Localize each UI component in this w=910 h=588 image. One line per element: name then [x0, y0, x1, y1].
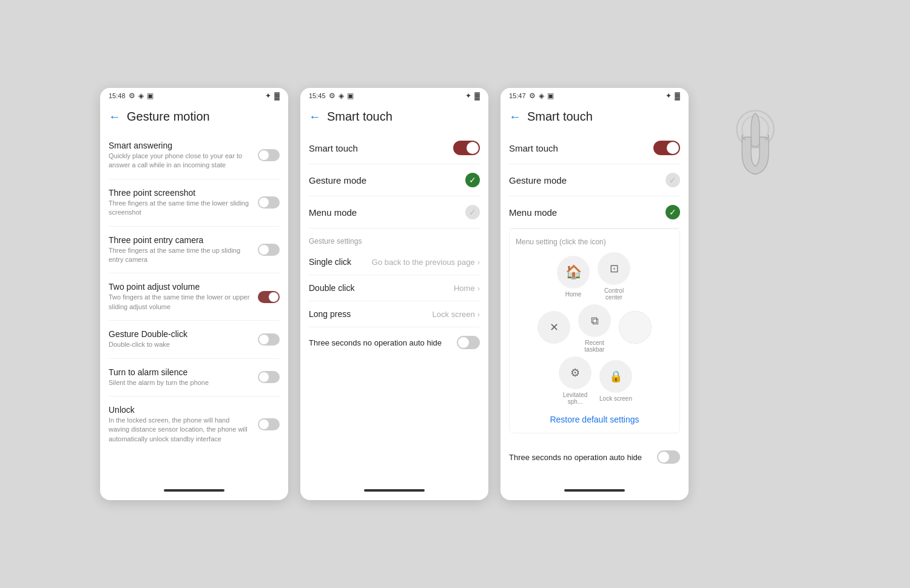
- setting-desc-6: In the locked screen, the phone will han…: [109, 416, 252, 444]
- home-indicator-2: [364, 489, 425, 492]
- settings-icon-3: ⚙: [529, 92, 536, 100]
- toggle-5[interactable]: [258, 371, 280, 383]
- menu-icon-empty[interactable]: [619, 311, 652, 346]
- recent-taskbar-icon: ⧉: [578, 304, 611, 337]
- setting-desc-2: Three fingers at the same time the up sl…: [109, 246, 252, 265]
- lock-screen-label: Lock screen: [599, 395, 632, 402]
- setting-item-2: Three point entry camera Three fingers a…: [109, 227, 280, 274]
- bt-icon-2: ✦: [465, 92, 471, 100]
- back-button-1[interactable]: ←: [109, 110, 121, 124]
- menu-mode-check-3: ✓: [666, 205, 680, 219]
- page-title-2: Smart touch: [327, 110, 393, 124]
- back-button-2[interactable]: ←: [309, 110, 321, 124]
- levitated-icon: ⚙: [559, 356, 592, 389]
- auto-hide-toggle-3[interactable]: [657, 450, 680, 464]
- menu-icon-control[interactable]: ⊡ Control center: [596, 252, 632, 301]
- menu-mode-row-3[interactable]: Menu mode ✓: [509, 196, 680, 229]
- gesture-label-1: Double click: [309, 283, 354, 293]
- menu-setting-box: Menu setting (click the icon) 🏠 Home ⊡ C…: [509, 229, 680, 433]
- gesture-value-2: Lock screen ›: [433, 310, 480, 319]
- status-bar-3: 15:47 ⚙ ◈ ▣ ✦ ▓: [500, 88, 689, 104]
- phone-3: 15:47 ⚙ ◈ ▣ ✦ ▓ ← Smart touch Smart touc…: [500, 88, 689, 500]
- back-button-3[interactable]: ←: [509, 110, 521, 124]
- header-3: ← Smart touch: [500, 104, 689, 132]
- toggle-0[interactable]: [258, 149, 280, 161]
- battery-icon-1: ▓: [274, 92, 280, 100]
- auto-hide-toggle-2[interactable]: [457, 336, 480, 349]
- gesture-value-0: Go back to the previous page ›: [372, 258, 480, 267]
- recent-taskbar-label: Recent taskbar: [576, 339, 613, 353]
- chevron-icon-0: ›: [477, 258, 480, 267]
- gesture-mode-label-3: Gesture mode: [509, 175, 567, 185]
- time-2: 15:45: [309, 92, 326, 99]
- gesture-mode-row[interactable]: Gesture mode ✓: [309, 164, 480, 196]
- gesture-label-2: Long press: [309, 309, 351, 319]
- file-icon-2: ▣: [347, 92, 354, 100]
- restore-default-button[interactable]: Restore default settings: [516, 409, 673, 433]
- phone-2: 15:45 ⚙ ◈ ▣ ✦ ▓ ← Smart touch Smart touc…: [300, 88, 488, 500]
- setting-desc-3: Two fingers at the same time the lower o…: [109, 293, 252, 312]
- empty-icon: [619, 311, 652, 344]
- auto-hide-label-2: Three seconds no operation auto hide: [309, 338, 442, 347]
- time-3: 15:47: [509, 92, 526, 99]
- header-1: ← Gesture motion: [100, 104, 288, 132]
- settings-icon-2: ⚙: [329, 92, 335, 100]
- smart-touch-toggle[interactable]: [453, 141, 480, 155]
- toggle-6[interactable]: [258, 418, 280, 430]
- setting-item-0: Smart answering Quickly place your phone…: [109, 132, 280, 179]
- gesture-value-1: Home ›: [454, 284, 480, 293]
- auto-hide-row-2: Three seconds no operation auto hide: [309, 327, 480, 358]
- gesture-option-0[interactable]: Single click Go back to the previous pag…: [309, 249, 480, 275]
- page-title-3: Smart touch: [527, 110, 593, 124]
- setting-title-3: Two point adjust volume: [109, 282, 252, 292]
- setting-title-4: Gesture Double-click: [109, 329, 252, 339]
- setting-desc-1: Three fingers at the same time the lower…: [109, 199, 252, 218]
- menu-icon-close[interactable]: ✕: [538, 311, 570, 346]
- setting-title-2: Three point entry camera: [109, 235, 252, 245]
- smart-touch-row: Smart touch: [309, 132, 480, 164]
- content-3: Smart touch Gesture mode ✓ Menu mode ✓ M…: [500, 132, 689, 483]
- header-2: ← Smart touch: [300, 104, 488, 132]
- home-icon: 🏠: [557, 256, 590, 289]
- gesture-mode-check-3: ✓: [666, 173, 680, 187]
- gesture-mode-label: Gesture mode: [309, 175, 366, 185]
- battery-icon-2: ▓: [474, 92, 480, 100]
- chevron-icon-2: ›: [477, 310, 480, 319]
- file-icon-3: ▣: [547, 92, 554, 100]
- hand-illustration: [701, 88, 810, 197]
- setting-desc-4: Double-click to wake: [109, 340, 252, 349]
- time-1: 15:48: [109, 92, 126, 99]
- setting-item-6: Unlock In the locked screen, the phone w…: [109, 396, 280, 452]
- setting-item-1: Three point screenshot Three fingers at …: [109, 179, 280, 227]
- home-indicator-1: [164, 489, 224, 492]
- gesture-option-2[interactable]: Long press Lock screen ›: [309, 301, 480, 327]
- gesture-mode-row-3[interactable]: Gesture mode ✓: [509, 164, 680, 196]
- battery-icon-3: ▓: [675, 92, 680, 100]
- toggle-4[interactable]: [258, 333, 280, 346]
- smart-touch-toggle-3[interactable]: [653, 141, 680, 155]
- setting-title-5: Turn to alarm silence: [109, 367, 252, 377]
- gesture-label-0: Single click: [309, 257, 351, 267]
- phone-1: 15:48 ⚙ ◈ ▣ ✦ ▓ ← Gesture motion Smart a…: [100, 88, 288, 500]
- menu-mode-row[interactable]: Menu mode ✓: [309, 196, 480, 229]
- content-2: Smart touch Gesture mode ✓ Menu mode ✓ G…: [300, 132, 488, 483]
- gesture-option-1[interactable]: Double click Home ›: [309, 275, 480, 301]
- lock-screen-icon: 🔒: [599, 360, 632, 393]
- setting-desc-0: Quickly place your phone close to your e…: [109, 152, 252, 170]
- setting-title-0: Smart answering: [109, 141, 252, 150]
- menu-icon-recent[interactable]: ⧉ Recent taskbar: [576, 304, 613, 353]
- menu-setting-label: Menu setting (click the icon): [516, 229, 673, 252]
- drop-icon-1: ◈: [138, 92, 144, 100]
- auto-hide-row-3: Three seconds no operation auto hide: [509, 442, 680, 472]
- setting-title-1: Three point screenshot: [109, 188, 252, 198]
- menu-icon-lock[interactable]: 🔒 Lock screen: [599, 360, 632, 402]
- toggle-1[interactable]: [258, 196, 280, 209]
- menu-icon-levitated[interactable]: ⚙ Levitated sph...: [557, 356, 593, 405]
- menu-icon-home[interactable]: 🏠 Home: [557, 256, 590, 298]
- bt-icon-3: ✦: [666, 92, 672, 100]
- file-icon-1: ▣: [147, 92, 153, 100]
- setting-title-6: Unlock: [109, 405, 252, 415]
- toggle-2[interactable]: [258, 244, 280, 256]
- toggle-3[interactable]: [258, 291, 280, 303]
- status-bar-2: 15:45 ⚙ ◈ ▣ ✦ ▓: [300, 88, 488, 104]
